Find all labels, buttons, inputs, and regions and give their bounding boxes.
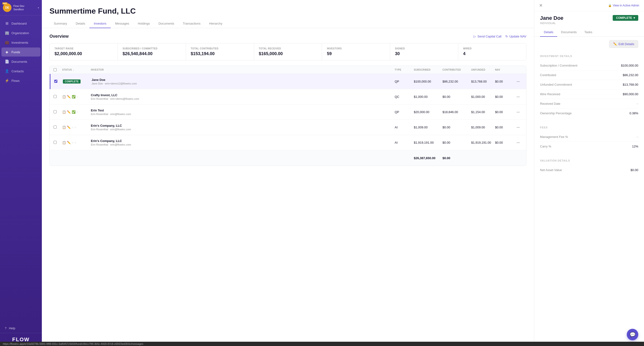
- sidebar-item-documents[interactable]: 📄 Documents: [2, 57, 40, 66]
- row-nav: $0.00: [493, 108, 515, 116]
- row-menu[interactable]: ⋯: [515, 93, 524, 101]
- row-investor: Crafty Invest, LLC Erin Rosenthal · erin…: [89, 91, 393, 103]
- investor-email: Jane Doe · erin+demo12@flowinc.com: [92, 82, 391, 85]
- sidebar-item-dashboard[interactable]: ⊞ Dashboard: [2, 19, 40, 28]
- sidebar-item-investments[interactable]: 💼 Investments: [2, 38, 40, 47]
- detail-label: Wire Received: [540, 92, 560, 96]
- stat-subscribed: SUBSCRIBED / COMMITTED $26,540,844.00: [118, 43, 186, 60]
- row-menu[interactable]: ⋯: [515, 123, 524, 132]
- row-checkbox[interactable]: [52, 108, 60, 116]
- investor-name: Erin's Company, LLC: [91, 139, 391, 143]
- valuation-section: VALUATION DETAILS Net Asset Value $0.00: [534, 156, 644, 179]
- stat-wired: WIRED 4: [458, 43, 526, 60]
- contacts-icon: 👤: [5, 69, 9, 73]
- row-type: AI: [393, 123, 412, 132]
- tab-messages[interactable]: Messages: [111, 19, 134, 28]
- row-subscribed: $20,000.00: [412, 108, 440, 116]
- row-investor: Erin Test Erin Rosenthal · erin@flowinc.…: [89, 106, 393, 118]
- footer-subscribed: $26,387,650.00: [412, 154, 440, 162]
- row-type: QC: [393, 93, 412, 101]
- status-icons: 📋 ✏️ ○ ○: [62, 126, 87, 129]
- stat-value: $26,540,844.00: [123, 51, 181, 56]
- row-checkbox[interactable]: [52, 138, 60, 147]
- main-content: Summertime Fund, LLC Summary Details Inv…: [42, 0, 534, 346]
- table-row[interactable]: 📋 ✏️ ○ ○ Erin's Company, LLC Erin Rosent…: [50, 120, 526, 135]
- row-unfunded: $1,154.00: [469, 108, 493, 116]
- tab-details[interactable]: Details: [72, 19, 90, 28]
- documents-icon: 📄: [5, 59, 9, 64]
- doc-icon: 📋: [62, 141, 66, 144]
- chevron-down-icon: ▾: [38, 6, 39, 9]
- sidebar-item-funds[interactable]: ◈ Funds: [2, 47, 40, 57]
- edit-icon: ✏️: [613, 42, 617, 46]
- chat-fab-button[interactable]: 💬: [627, 329, 638, 340]
- row-menu[interactable]: ⋯: [515, 138, 524, 147]
- col-checkbox: [52, 66, 60, 74]
- panel-tabs: Details Documents Tasks: [534, 28, 644, 37]
- edit-icon: ✏️: [67, 126, 71, 129]
- investor-email: Erin Rosenthal · erin@flowinc.com: [91, 128, 391, 131]
- tab-summary[interactable]: Summary: [50, 19, 72, 28]
- stat-label: TOTAL RECEIVED: [259, 47, 317, 50]
- row-status: 📋 ✏️ ○ ○: [60, 123, 89, 132]
- sidebar-item-label: Flows: [12, 79, 20, 83]
- select-all-checkbox[interactable]: [54, 68, 57, 71]
- detail-label: Subscription / Commitment: [540, 64, 577, 67]
- stat-label: TARGET RAISE: [54, 47, 113, 50]
- edit-details-button[interactable]: ✏️ Edit Details: [609, 40, 638, 48]
- tab-documents[interactable]: Documents: [154, 19, 178, 28]
- row-contributed: $0.00: [440, 93, 469, 101]
- col-type: TYPE: [393, 66, 412, 74]
- circle-icon: ○: [76, 110, 78, 114]
- detail-label: Unfunded Commitment: [540, 83, 572, 86]
- panel-tab-details[interactable]: Details: [540, 28, 557, 37]
- panel-tab-tasks[interactable]: Tasks: [581, 28, 596, 37]
- table-row[interactable]: COMPLETE Jane Doe Jane Doe · erin+demo12…: [50, 74, 526, 89]
- row-checkbox[interactable]: [52, 93, 60, 101]
- row-menu[interactable]: ⋯: [515, 108, 524, 116]
- row-menu[interactable]: ⋯: [515, 77, 524, 86]
- send-capital-call-button[interactable]: ▷ Send Capital Call: [474, 35, 501, 38]
- dashboard-icon: ⊞: [5, 21, 9, 25]
- sidebar-item-flows[interactable]: ⚡ Flows: [2, 76, 40, 85]
- panel-tab-documents[interactable]: Documents: [557, 28, 581, 37]
- row-checkbox[interactable]: [52, 77, 61, 86]
- stat-value: $153,194.00: [191, 51, 249, 56]
- check-circle-icon: ○: [72, 141, 74, 144]
- complete-status-badge[interactable]: COMPLETE ▾: [613, 15, 638, 21]
- table-row[interactable]: 📋 ✏️ ✅ ○ Crafty Invest, LLC Erin Rosenth…: [50, 89, 526, 105]
- detail-row: Ownership Percentage 0.38%: [540, 109, 638, 118]
- stat-label: WIRED: [463, 47, 521, 50]
- sidebar-help-label: Help: [9, 327, 15, 330]
- funds-icon: ◈: [5, 50, 9, 54]
- table-row[interactable]: 📋 ✏️ ✅ ○ Erin Test Erin Rosenthal · erin…: [50, 105, 526, 120]
- table-row[interactable]: 📋 ✏️ ○ ○ Erin's Company, LLC Erin Rosent…: [50, 135, 526, 150]
- col-status[interactable]: STATUS ↓: [60, 66, 89, 74]
- sidebar-item-organization[interactable]: 🏢 Organization: [2, 28, 40, 37]
- sidebar-item-contacts[interactable]: 👤 Contacts: [2, 67, 40, 76]
- col-subscribed: SUBSCRIBED: [412, 66, 440, 74]
- sidebar-item-help[interactable]: ? Help: [2, 324, 40, 333]
- update-nav-button[interactable]: ↻ Update NAV: [505, 35, 526, 38]
- row-subscribed: $1,919,191.00: [412, 138, 440, 147]
- row-checkbox[interactable]: [52, 123, 60, 132]
- detail-row: Net Asset Value $0.00: [540, 165, 638, 175]
- section-title: FEES: [540, 123, 638, 129]
- circle-icon: ○: [74, 141, 76, 144]
- sort-icon: ↓: [73, 68, 74, 71]
- edit-label: Edit Details: [618, 42, 634, 46]
- table-header: STATUS ↓ INVESTOR TYPE SUBSCRIBED CONTRI…: [50, 66, 526, 74]
- sidebar-nav: ⊞ Dashboard 🏢 Organization 💼 Investments…: [0, 15, 42, 324]
- stat-target-raise: TARGET RAISE $2,000,000.00: [50, 43, 118, 60]
- tab-holdings[interactable]: Holdings: [134, 19, 154, 28]
- fees-section: FEES Management Fee % – Carry % 12%: [534, 123, 644, 156]
- detail-label: Ownership Percentage: [540, 111, 572, 115]
- close-button[interactable]: ✕: [539, 3, 543, 8]
- overview-actions: ▷ Send Capital Call ↻ Update NAV: [474, 35, 526, 38]
- org-header[interactable]: PRO DE Flow DevSandbox ▾: [0, 0, 42, 15]
- tab-investors[interactable]: Investors: [90, 19, 111, 28]
- tab-transactions[interactable]: Transactions: [178, 19, 205, 28]
- view-admin-link[interactable]: 🔒 View in Active Admin: [608, 4, 639, 7]
- tab-hierarchy[interactable]: Hierarchy: [205, 19, 227, 28]
- row-unfunded: $1,009.00: [469, 123, 493, 132]
